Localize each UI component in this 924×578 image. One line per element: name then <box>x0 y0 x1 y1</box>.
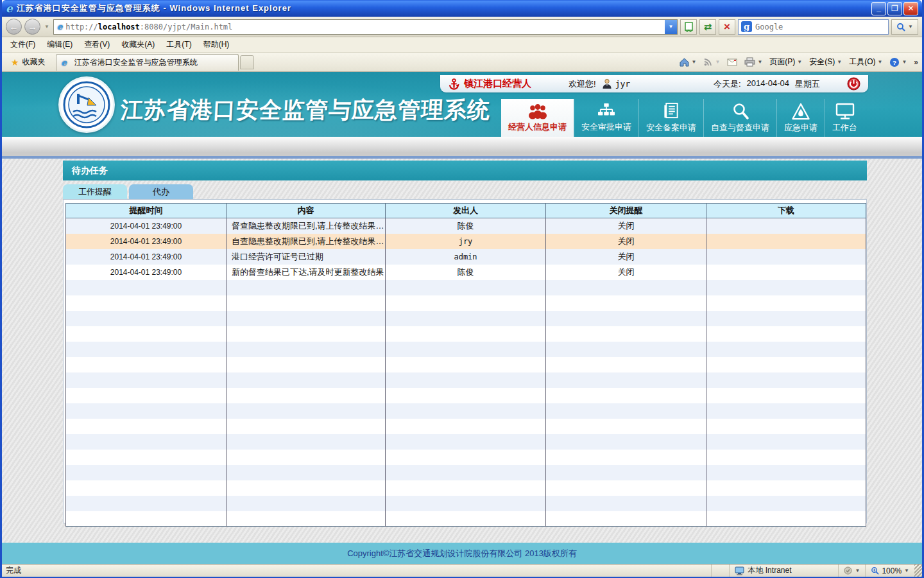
table-empty-row <box>66 372 866 388</box>
cell-download <box>706 342 866 357</box>
table-empty-row <box>66 342 866 357</box>
minimize-button[interactable]: _ <box>871 2 886 15</box>
cell-sender <box>386 311 546 326</box>
menu-view[interactable]: 查看(V) <box>78 38 116 51</box>
search-box[interactable]: g <box>738 19 889 35</box>
col-header-download: 下载 <box>706 204 866 218</box>
feeds-dropdown-icon[interactable]: ▼ <box>715 59 720 65</box>
print-dropdown-icon[interactable]: ▼ <box>757 59 762 65</box>
cell-close <box>546 357 706 372</box>
toolbar-overflow-button[interactable]: » <box>914 58 918 67</box>
cell-content <box>227 403 386 419</box>
cell-sender <box>386 372 546 388</box>
url-dropdown-icon[interactable]: ▼ <box>665 20 677 34</box>
cell-time <box>66 357 227 372</box>
cell-close <box>546 403 706 419</box>
resize-grip[interactable] <box>914 565 922 577</box>
cell-content <box>227 357 386 372</box>
port-logo-icon <box>58 76 115 133</box>
table-row[interactable]: 2014-04-01 23:49:00督查隐患整改期限已到,请上传整改结果…陈俊… <box>66 218 866 234</box>
cell-time: 2014-04-01 23:49:00 <box>66 249 227 265</box>
url-field[interactable]: e http://localhost:8080/yjpt/Main.html ▼ <box>53 19 678 35</box>
restore-button[interactable]: ❐ <box>887 2 902 15</box>
safety-menu-button[interactable]: 安全(S) ▼ <box>809 57 842 67</box>
weekday: 星期五 <box>795 78 820 90</box>
nav-operator-info[interactable]: 经营人信息申请 <box>501 99 574 137</box>
menu-help[interactable]: 帮助(H) <box>198 38 235 51</box>
nav-inspection[interactable]: 自查与督查申请 <box>703 99 776 137</box>
stop-button[interactable]: × <box>719 19 735 35</box>
cell-content <box>227 280 386 295</box>
cell-close: 关闭 <box>546 218 706 234</box>
menu-edit[interactable]: 编辑(E) <box>41 38 78 51</box>
close-reminder-link[interactable]: 关闭 <box>618 252 635 261</box>
forward-button[interactable]: → <box>24 19 40 35</box>
cell-download <box>706 434 866 450</box>
cell-time <box>66 295 227 311</box>
nav-safety-approval[interactable]: 安全审批申请 <box>574 99 638 137</box>
cell-content <box>227 450 386 465</box>
home-button[interactable]: ▼ <box>679 57 697 67</box>
cell-sender <box>386 511 546 527</box>
tab-work-reminder[interactable]: 工作提醒 <box>63 184 127 199</box>
page-content: 江苏省港口安全监管与应急管理系统 镇江港口经营人 欢迎您! jyr 今天 <box>2 72 922 564</box>
logout-power-button[interactable] <box>847 77 860 91</box>
table-row[interactable]: 2014-04-01 23:49:00自查隐患整改期限已到,请上传整改结果…jr… <box>66 234 866 249</box>
help-dropdown-icon: ▼ <box>902 59 907 65</box>
print-button[interactable]: ▼ <box>744 57 762 67</box>
todo-tabs: 工作提醒 代办 <box>63 184 867 199</box>
browser-tab[interactable]: e 江苏省港口安全监管与应急管理系统 <box>56 54 239 71</box>
feeds-button[interactable]: ▼ <box>703 57 720 67</box>
refresh-icon: ⇄ <box>704 21 712 33</box>
search-dropdown-icon[interactable]: ▼ <box>908 24 913 30</box>
zoom-level: 100% <box>882 566 902 575</box>
help-menu-button[interactable]: ? ▼ <box>889 57 907 67</box>
help-icon: ? <box>889 57 900 67</box>
printer-icon <box>744 57 755 67</box>
protected-mode-button[interactable]: ▼ <box>838 565 865 577</box>
new-tab-button[interactable] <box>240 55 254 69</box>
cell-content <box>227 342 386 357</box>
table-row[interactable]: 2014-04-01 23:49:00港口经营许可证号已过期admin关闭 <box>66 249 866 265</box>
user-role: 镇江港口经营人 <box>464 78 531 90</box>
favorites-button[interactable]: ★ 收藏夹 <box>4 55 52 69</box>
main-navigation: 经营人信息申请 安全审批申请 安全备案申请 <box>501 99 864 137</box>
cell-download <box>706 372 866 388</box>
tab-agency[interactable]: 代办 <box>129 184 193 199</box>
nav-safety-record[interactable]: 安全备案申请 <box>638 99 703 137</box>
close-reminder-link[interactable]: 关闭 <box>618 267 635 277</box>
user-bar: 镇江港口经营人 欢迎您! jyr 今天是: 2014-04-04 星期五 <box>440 75 868 92</box>
close-reminder-link[interactable]: 关闭 <box>618 221 635 231</box>
close-button[interactable]: ✕ <box>903 2 918 15</box>
table-empty-row <box>66 511 866 527</box>
zone-label: 本地 Intranet <box>748 565 791 576</box>
menu-file[interactable]: 文件(F) <box>4 38 41 51</box>
nav-emergency[interactable]: 应急申请 <box>776 99 825 137</box>
table-row[interactable]: 2014-04-01 23:49:00新的督查结果已下达,请及时更新整改结果陈俊… <box>66 265 866 280</box>
page-icon: e <box>57 22 62 31</box>
cell-time <box>66 372 227 388</box>
table-header-row: 提醒时间 内容 发出人 关闭提醒 下载 <box>66 204 866 218</box>
refresh-button[interactable]: ⇄ <box>699 19 716 35</box>
nav-workbench[interactable]: 工作台 <box>825 99 864 137</box>
cell-time <box>66 496 227 511</box>
back-button[interactable]: ← <box>6 19 22 35</box>
history-dropdown-icon[interactable]: ▼ <box>44 24 49 30</box>
menu-tools[interactable]: 工具(T) <box>160 38 197 51</box>
page-menu-button[interactable]: 页面(P) ▼ <box>769 57 802 67</box>
zoom-control[interactable]: 100% ▼ <box>865 565 914 577</box>
system-title: 江苏省港口安全监管与应急管理系统 <box>120 95 491 125</box>
protected-mode-icon <box>844 566 852 575</box>
cell-time: 2014-04-01 23:49:00 <box>66 265 227 280</box>
compatibility-view-button[interactable] <box>680 19 697 35</box>
cell-time <box>66 511 227 527</box>
close-reminder-link[interactable]: 关闭 <box>618 236 635 246</box>
search-input[interactable] <box>755 22 886 31</box>
home-dropdown-icon[interactable]: ▼ <box>692 59 697 65</box>
menu-favorites[interactable]: 收藏夹(A) <box>116 38 160 51</box>
tools-menu-button[interactable]: 工具(O) ▼ <box>849 57 882 67</box>
ie-icon: e <box>6 2 13 15</box>
search-button[interactable]: ▼ <box>891 19 918 35</box>
read-mail-button[interactable] <box>727 58 737 66</box>
nav-label: 应急申请 <box>784 122 817 134</box>
